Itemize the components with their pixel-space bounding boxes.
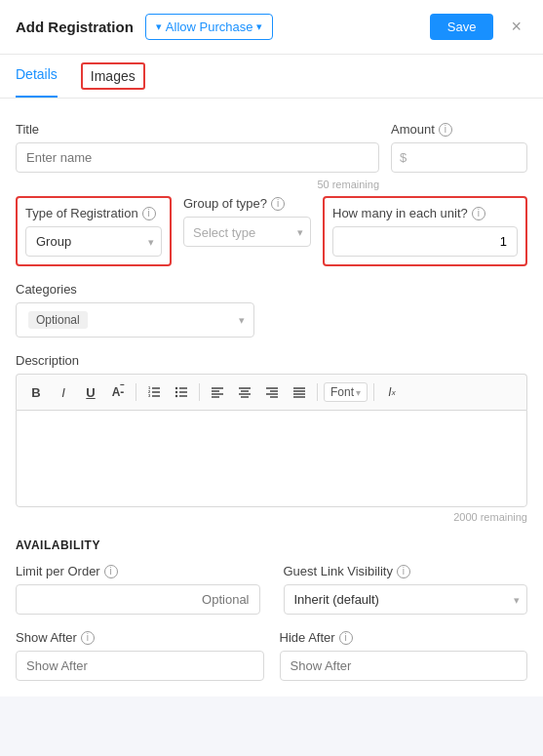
align-left-button[interactable] (206, 380, 229, 404)
toolbar-separator-2 (199, 383, 200, 401)
amount-prefix: $ (392, 143, 414, 172)
amount-group: Amount i $ (391, 122, 527, 173)
align-right-button[interactable] (260, 380, 284, 404)
toolbar-separator-4 (373, 383, 374, 401)
font-select[interactable]: Font ▾ (324, 382, 368, 402)
editor-toolbar: B I U A- 123 (16, 374, 527, 410)
guest-visibility-label: Guest Link Visibility i (284, 564, 528, 578)
unordered-list-button[interactable] (170, 380, 193, 404)
title-group: Title 50 remaining (16, 122, 379, 173)
group-type-group: Group of type? i Type A ▾ Select type (183, 196, 311, 247)
hide-after-input[interactable] (280, 651, 528, 681)
unit-box: How many in each unit? i (323, 196, 527, 266)
font-label: Font (330, 385, 354, 399)
header: Add Registration ▾ Allow Purchase ▾ Save… (0, 0, 543, 55)
group-type-select-wrap: Type A ▾ Select type (183, 217, 311, 247)
page-title: Add Registration (16, 19, 134, 35)
type-info-icon[interactable]: i (142, 207, 156, 220)
amount-input[interactable] (414, 143, 543, 172)
unit-label: How many in each unit? i (332, 206, 518, 220)
main-content: Title 50 remaining Amount i $ Type of Re… (0, 99, 543, 696)
amount-info-icon[interactable]: i (439, 123, 452, 137)
align-center-button[interactable] (233, 380, 256, 404)
guest-visibility-group: Guest Link Visibility i Inherit (default… (284, 564, 528, 615)
title-label: Title (16, 122, 379, 137)
toolbar-separator-3 (317, 383, 318, 401)
description-section: Description B I U A- 123 (16, 353, 527, 523)
align-justify-button[interactable] (288, 380, 311, 404)
italic-button[interactable]: I (52, 380, 75, 404)
availability-title: AVAILABILITY (16, 538, 527, 552)
tab-details[interactable]: Details (16, 55, 58, 98)
show-after-input[interactable] (16, 651, 264, 681)
type-label: Type of Registration i (25, 206, 162, 220)
categories-label: Categories (16, 282, 527, 297)
tabs-bar: Details Images (0, 55, 543, 99)
guest-info-icon[interactable]: i (397, 565, 410, 578)
clear-format-button[interactable]: Ix (380, 380, 404, 404)
underline-button[interactable]: U (79, 380, 102, 404)
group-type-select[interactable]: Type A (183, 217, 311, 247)
hide-after-info-icon[interactable]: i (339, 631, 353, 645)
chevron-down-icon-right: ▾ (256, 20, 262, 33)
unit-input[interactable] (332, 226, 518, 257)
allow-purchase-button[interactable]: ▾ Allow Purchase ▾ (145, 14, 274, 40)
amount-label: Amount i (391, 122, 527, 137)
font-dropdown-arrow: ▾ (356, 387, 361, 398)
categories-value: Optional (28, 311, 88, 329)
hide-after-group: Hide After i (280, 630, 528, 681)
guest-visibility-select-wrap: Inherit (default) Public Private ▾ (284, 584, 528, 615)
group-info-icon[interactable]: i (271, 197, 285, 211)
limit-info-icon[interactable]: i (104, 565, 118, 578)
guest-visibility-select[interactable]: Inherit (default) Public Private (284, 584, 528, 615)
description-label: Description (16, 353, 527, 368)
type-registration-box: Type of Registration i Group Individual … (16, 196, 172, 266)
categories-arrow-icon: ▾ (239, 314, 245, 327)
availability-section: AVAILABILITY Limit per Order i Guest Lin… (16, 538, 527, 681)
tab-images[interactable]: Images (81, 62, 145, 90)
categories-dropdown[interactable]: Optional (16, 302, 254, 338)
amount-input-wrap: $ (391, 142, 527, 173)
hide-after-label: Hide After i (280, 630, 528, 645)
categories-section: Categories Optional ▾ (16, 282, 527, 338)
categories-select-wrap: Optional ▾ (16, 302, 254, 338)
description-remaining: 2000 remaining (16, 511, 527, 523)
toolbar-separator-1 (136, 383, 136, 401)
limit-label: Limit per Order i (16, 564, 260, 578)
allow-purchase-label: Allow Purchase (166, 20, 253, 34)
title-remaining: 50 remaining (317, 179, 379, 190)
show-after-group: Show After i (16, 630, 264, 681)
svg-text:3: 3 (148, 393, 151, 398)
limit-group: Limit per Order i (16, 564, 260, 615)
ordered-list-button[interactable]: 123 (142, 380, 166, 404)
limit-input[interactable] (16, 584, 260, 615)
chevron-down-icon: ▾ (156, 20, 162, 33)
show-after-label: Show After i (16, 630, 264, 645)
show-after-info-icon[interactable]: i (81, 631, 95, 645)
strikethrough-button[interactable]: A- (106, 380, 130, 404)
type-select-wrap: Group Individual ▾ (25, 226, 162, 257)
bold-button[interactable]: B (24, 380, 48, 404)
save-button[interactable]: Save (430, 14, 494, 40)
unit-info-icon[interactable]: i (472, 207, 485, 220)
show-hide-row: Show After i Hide After i (16, 630, 527, 681)
type-select[interactable]: Group Individual (25, 226, 162, 257)
avail-row-1: Limit per Order i Guest Link Visibility … (16, 564, 527, 615)
group-type-label: Group of type? i (183, 196, 311, 211)
svg-point-6 (175, 387, 177, 389)
svg-point-8 (175, 395, 177, 397)
description-editor[interactable] (16, 410, 527, 507)
close-button[interactable]: × (505, 15, 527, 39)
svg-point-7 (175, 391, 177, 393)
title-input[interactable] (16, 142, 379, 173)
